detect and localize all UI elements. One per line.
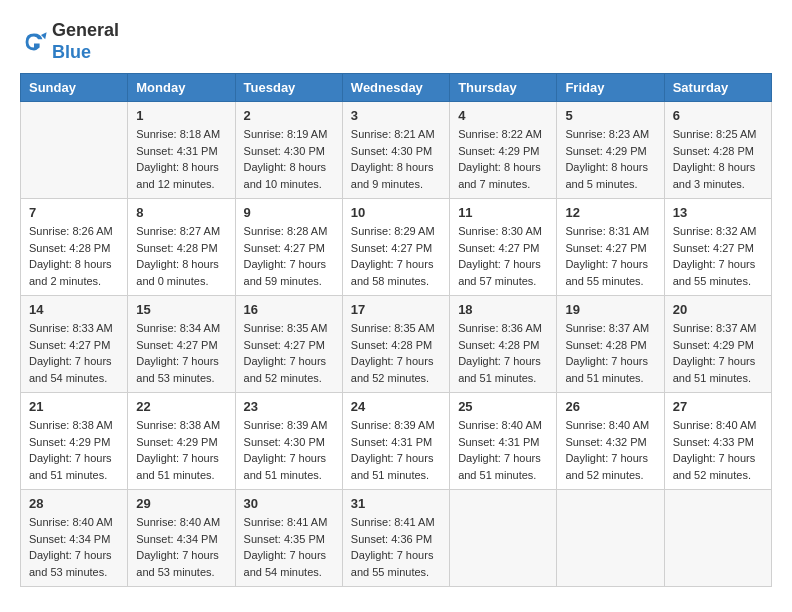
calendar-day-cell: 15Sunrise: 8:34 AM Sunset: 4:27 PM Dayli… — [128, 296, 235, 393]
day-info: Sunrise: 8:27 AM Sunset: 4:28 PM Dayligh… — [136, 223, 226, 289]
day-number: 9 — [244, 205, 334, 220]
calendar-day-cell — [664, 490, 771, 587]
day-info: Sunrise: 8:40 AM Sunset: 4:33 PM Dayligh… — [673, 417, 763, 483]
day-number: 25 — [458, 399, 548, 414]
day-info: Sunrise: 8:41 AM Sunset: 4:35 PM Dayligh… — [244, 514, 334, 580]
day-number: 7 — [29, 205, 119, 220]
weekday-header: Saturday — [664, 74, 771, 102]
day-number: 15 — [136, 302, 226, 317]
calendar-day-cell: 14Sunrise: 8:33 AM Sunset: 4:27 PM Dayli… — [21, 296, 128, 393]
day-number: 16 — [244, 302, 334, 317]
calendar-week-row: 7Sunrise: 8:26 AM Sunset: 4:28 PM Daylig… — [21, 199, 772, 296]
calendar-day-cell: 24Sunrise: 8:39 AM Sunset: 4:31 PM Dayli… — [342, 393, 449, 490]
day-info: Sunrise: 8:39 AM Sunset: 4:30 PM Dayligh… — [244, 417, 334, 483]
weekday-header: Friday — [557, 74, 664, 102]
calendar-week-row: 21Sunrise: 8:38 AM Sunset: 4:29 PM Dayli… — [21, 393, 772, 490]
day-number: 14 — [29, 302, 119, 317]
day-info: Sunrise: 8:32 AM Sunset: 4:27 PM Dayligh… — [673, 223, 763, 289]
calendar-day-cell: 22Sunrise: 8:38 AM Sunset: 4:29 PM Dayli… — [128, 393, 235, 490]
day-number: 11 — [458, 205, 548, 220]
calendar-day-cell: 6Sunrise: 8:25 AM Sunset: 4:28 PM Daylig… — [664, 102, 771, 199]
day-number: 27 — [673, 399, 763, 414]
calendar-day-cell: 7Sunrise: 8:26 AM Sunset: 4:28 PM Daylig… — [21, 199, 128, 296]
calendar-day-cell: 12Sunrise: 8:31 AM Sunset: 4:27 PM Dayli… — [557, 199, 664, 296]
calendar-day-cell: 20Sunrise: 8:37 AM Sunset: 4:29 PM Dayli… — [664, 296, 771, 393]
day-info: Sunrise: 8:29 AM Sunset: 4:27 PM Dayligh… — [351, 223, 441, 289]
day-info: Sunrise: 8:38 AM Sunset: 4:29 PM Dayligh… — [136, 417, 226, 483]
day-info: Sunrise: 8:37 AM Sunset: 4:28 PM Dayligh… — [565, 320, 655, 386]
day-number: 19 — [565, 302, 655, 317]
day-number: 17 — [351, 302, 441, 317]
day-number: 18 — [458, 302, 548, 317]
day-number: 5 — [565, 108, 655, 123]
day-info: Sunrise: 8:19 AM Sunset: 4:30 PM Dayligh… — [244, 126, 334, 192]
calendar-day-cell: 10Sunrise: 8:29 AM Sunset: 4:27 PM Dayli… — [342, 199, 449, 296]
logo: General Blue — [20, 20, 119, 63]
day-info: Sunrise: 8:36 AM Sunset: 4:28 PM Dayligh… — [458, 320, 548, 386]
calendar-day-cell — [557, 490, 664, 587]
calendar-day-cell: 30Sunrise: 8:41 AM Sunset: 4:35 PM Dayli… — [235, 490, 342, 587]
weekday-header: Wednesday — [342, 74, 449, 102]
day-info: Sunrise: 8:40 AM Sunset: 4:31 PM Dayligh… — [458, 417, 548, 483]
calendar-day-cell: 17Sunrise: 8:35 AM Sunset: 4:28 PM Dayli… — [342, 296, 449, 393]
calendar-day-cell: 3Sunrise: 8:21 AM Sunset: 4:30 PM Daylig… — [342, 102, 449, 199]
day-number: 3 — [351, 108, 441, 123]
calendar-day-cell: 8Sunrise: 8:27 AM Sunset: 4:28 PM Daylig… — [128, 199, 235, 296]
day-info: Sunrise: 8:37 AM Sunset: 4:29 PM Dayligh… — [673, 320, 763, 386]
day-info: Sunrise: 8:30 AM Sunset: 4:27 PM Dayligh… — [458, 223, 548, 289]
day-info: Sunrise: 8:28 AM Sunset: 4:27 PM Dayligh… — [244, 223, 334, 289]
day-number: 31 — [351, 496, 441, 511]
day-info: Sunrise: 8:33 AM Sunset: 4:27 PM Dayligh… — [29, 320, 119, 386]
day-number: 28 — [29, 496, 119, 511]
day-info: Sunrise: 8:31 AM Sunset: 4:27 PM Dayligh… — [565, 223, 655, 289]
day-info: Sunrise: 8:23 AM Sunset: 4:29 PM Dayligh… — [565, 126, 655, 192]
calendar-day-cell: 31Sunrise: 8:41 AM Sunset: 4:36 PM Dayli… — [342, 490, 449, 587]
calendar-day-cell: 27Sunrise: 8:40 AM Sunset: 4:33 PM Dayli… — [664, 393, 771, 490]
logo-text: General Blue — [52, 20, 119, 63]
day-info: Sunrise: 8:18 AM Sunset: 4:31 PM Dayligh… — [136, 126, 226, 192]
day-number: 30 — [244, 496, 334, 511]
day-info: Sunrise: 8:22 AM Sunset: 4:29 PM Dayligh… — [458, 126, 548, 192]
day-number: 4 — [458, 108, 548, 123]
day-number: 10 — [351, 205, 441, 220]
calendar-table: SundayMondayTuesdayWednesdayThursdayFrid… — [20, 73, 772, 587]
calendar-day-cell: 19Sunrise: 8:37 AM Sunset: 4:28 PM Dayli… — [557, 296, 664, 393]
day-number: 6 — [673, 108, 763, 123]
calendar-day-cell: 29Sunrise: 8:40 AM Sunset: 4:34 PM Dayli… — [128, 490, 235, 587]
day-number: 26 — [565, 399, 655, 414]
day-number: 29 — [136, 496, 226, 511]
calendar-day-cell — [450, 490, 557, 587]
day-info: Sunrise: 8:35 AM Sunset: 4:28 PM Dayligh… — [351, 320, 441, 386]
day-info: Sunrise: 8:38 AM Sunset: 4:29 PM Dayligh… — [29, 417, 119, 483]
weekday-header: Sunday — [21, 74, 128, 102]
weekday-header: Thursday — [450, 74, 557, 102]
day-number: 20 — [673, 302, 763, 317]
day-number: 21 — [29, 399, 119, 414]
calendar-day-cell: 2Sunrise: 8:19 AM Sunset: 4:30 PM Daylig… — [235, 102, 342, 199]
day-info: Sunrise: 8:39 AM Sunset: 4:31 PM Dayligh… — [351, 417, 441, 483]
calendar-day-cell: 9Sunrise: 8:28 AM Sunset: 4:27 PM Daylig… — [235, 199, 342, 296]
day-number: 23 — [244, 399, 334, 414]
day-number: 24 — [351, 399, 441, 414]
calendar-day-cell: 11Sunrise: 8:30 AM Sunset: 4:27 PM Dayli… — [450, 199, 557, 296]
calendar-week-row: 14Sunrise: 8:33 AM Sunset: 4:27 PM Dayli… — [21, 296, 772, 393]
day-info: Sunrise: 8:40 AM Sunset: 4:34 PM Dayligh… — [136, 514, 226, 580]
day-number: 22 — [136, 399, 226, 414]
calendar-day-cell — [21, 102, 128, 199]
logo-icon — [20, 28, 48, 56]
calendar-day-cell: 13Sunrise: 8:32 AM Sunset: 4:27 PM Dayli… — [664, 199, 771, 296]
calendar-day-cell: 5Sunrise: 8:23 AM Sunset: 4:29 PM Daylig… — [557, 102, 664, 199]
day-info: Sunrise: 8:34 AM Sunset: 4:27 PM Dayligh… — [136, 320, 226, 386]
calendar-day-cell: 26Sunrise: 8:40 AM Sunset: 4:32 PM Dayli… — [557, 393, 664, 490]
calendar-day-cell: 21Sunrise: 8:38 AM Sunset: 4:29 PM Dayli… — [21, 393, 128, 490]
day-number: 2 — [244, 108, 334, 123]
day-info: Sunrise: 8:21 AM Sunset: 4:30 PM Dayligh… — [351, 126, 441, 192]
weekday-row: SundayMondayTuesdayWednesdayThursdayFrid… — [21, 74, 772, 102]
weekday-header: Tuesday — [235, 74, 342, 102]
calendar-day-cell: 25Sunrise: 8:40 AM Sunset: 4:31 PM Dayli… — [450, 393, 557, 490]
page-header: General Blue — [20, 20, 772, 63]
day-number: 1 — [136, 108, 226, 123]
calendar-week-row: 1Sunrise: 8:18 AM Sunset: 4:31 PM Daylig… — [21, 102, 772, 199]
day-info: Sunrise: 8:35 AM Sunset: 4:27 PM Dayligh… — [244, 320, 334, 386]
calendar-day-cell: 1Sunrise: 8:18 AM Sunset: 4:31 PM Daylig… — [128, 102, 235, 199]
